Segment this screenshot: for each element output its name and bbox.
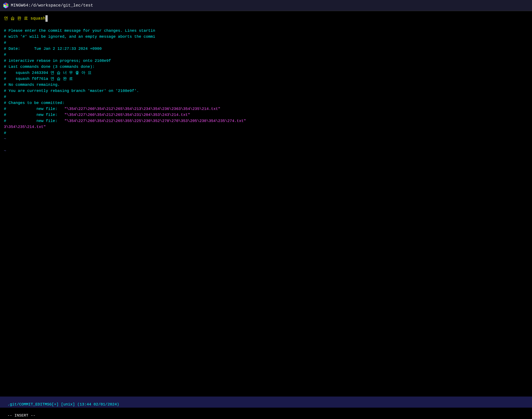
title-bar: MINGW64:/d/workspace/git_lec/test bbox=[0, 0, 532, 11]
comment-squash-2: # squash f0f761a 연 습 완 료 bbox=[4, 76, 528, 82]
comment-new-file-3-cont: 3\354\235\214.txt" bbox=[4, 124, 528, 130]
comment-line-2: # with '#' will be ignored, and an empty… bbox=[4, 34, 528, 40]
blank-line-1 bbox=[4, 22, 528, 28]
comment-squash-1: # squash 2463394 연 습 너 무 좋 아 요 bbox=[4, 70, 528, 76]
comment-rebase-line: # interactive rebase in progress; onto 2… bbox=[4, 58, 528, 64]
comment-line-end: # bbox=[4, 130, 528, 136]
insert-bar: -- INSERT -- bbox=[0, 408, 532, 419]
mingw-icon bbox=[3, 2, 9, 8]
terminal-body: 연 습 완 료 squash # Please enter the commit… bbox=[0, 11, 532, 158]
insert-mode-label: -- INSERT -- bbox=[8, 413, 36, 418]
comment-no-commands: # No commands remaining. bbox=[4, 82, 528, 88]
blank-line-2 bbox=[4, 142, 528, 148]
comment-last-commands-header: # Last commands done (3 commands done): bbox=[4, 64, 528, 70]
comment-changes-header: # Changes to be committed: bbox=[4, 100, 528, 106]
tilde-line-2: ~ bbox=[4, 148, 528, 154]
tilde-line-1: ~ bbox=[4, 136, 528, 142]
comment-line-3: # bbox=[4, 40, 528, 46]
comment-new-file-3: # new file: "\354\227\260\354\212\265\35… bbox=[4, 118, 528, 124]
comment-rebasing-branch: # You are currently rebasing branch 'mas… bbox=[4, 88, 528, 94]
status-bar-text: .git/COMMIT_EDITMSG[+] [unix] (13:44 02/… bbox=[8, 402, 119, 406]
comment-line-1: # Please enter the commit message for yo… bbox=[4, 28, 528, 34]
comment-date-line: # Date: Tue Jan 2 12:27:33 2024 +0900 bbox=[4, 46, 528, 52]
comment-new-file-1: # new file: "\354\227\260\354\212\265\35… bbox=[4, 106, 528, 112]
cursor bbox=[45, 15, 48, 22]
window-title: MINGW64:/d/workspace/git_lec/test bbox=[11, 3, 93, 8]
comment-line-hash: # bbox=[4, 94, 528, 100]
comment-line-5: # bbox=[4, 52, 528, 58]
prompt-line: 연 습 완 료 squash bbox=[4, 15, 528, 22]
comment-new-file-2: # new file: "\354\227\260\354\212\265\35… bbox=[4, 112, 528, 118]
status-bar: .git/COMMIT_EDITMSG[+] [unix] (13:44 02/… bbox=[0, 396, 532, 408]
